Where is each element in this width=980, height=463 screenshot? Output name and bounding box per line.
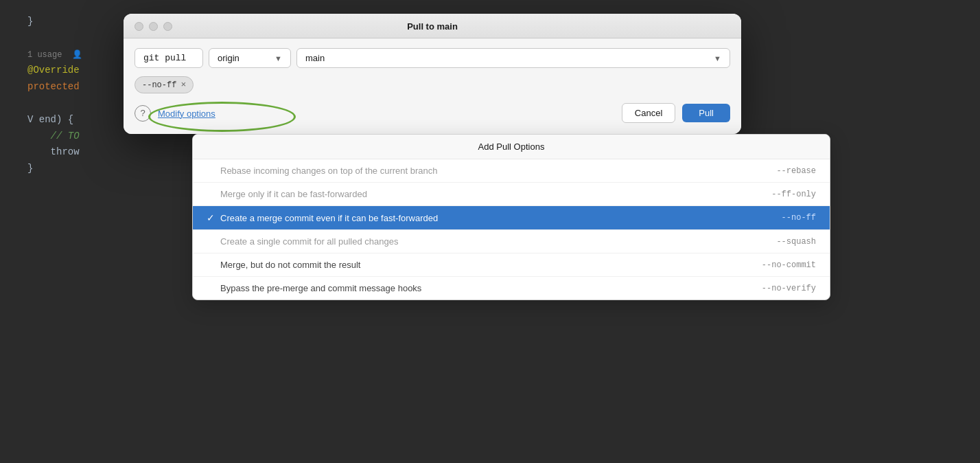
option-desc-no-commit: Merge, but do not commit the result	[220, 260, 748, 270]
option-tag-no-ff: --no-ff ×	[135, 76, 194, 93]
help-button[interactable]: ?	[135, 105, 151, 122]
option-tag-remove-icon[interactable]: ×	[180, 80, 186, 90]
close-button[interactable]	[135, 22, 143, 31]
branch-dropdown[interactable]: main ▼	[296, 48, 730, 68]
option-desc-no-verify: Bypass the pre-merge and commit message …	[220, 283, 748, 293]
remote-dropdown[interactable]: origin ▼	[209, 48, 291, 68]
minimize-button[interactable]	[149, 22, 158, 31]
fullscreen-button[interactable]	[163, 22, 172, 31]
actions-row: ? Modify options Cancel Pull	[135, 103, 730, 123]
pull-options-dropdown: Add Pull Options Rebase incoming changes…	[192, 134, 830, 300]
check-icon-no-ff: ✓	[207, 212, 220, 223]
pull-dialog: Pull to main git pull origin ▼ main ▼ --…	[124, 14, 741, 134]
branch-label: main	[305, 53, 325, 63]
option-tag-label: --no-ff	[142, 80, 176, 90]
dialog-title: Pull to main	[407, 21, 458, 32]
branch-chevron-icon: ▼	[714, 54, 721, 63]
dropdown-option-no-verify[interactable]: Bypass the pre-merge and commit message …	[193, 277, 830, 300]
option-desc-rebase: Rebase incoming changes on top of the cu…	[220, 166, 762, 176]
pull-button[interactable]: Pull	[682, 104, 730, 122]
option-flag-rebase: --rebase	[776, 166, 816, 176]
options-row: --no-ff ×	[135, 76, 730, 93]
option-flag-no-verify: --no-verify	[762, 284, 816, 293]
dialog-titlebar: Pull to main	[124, 14, 741, 38]
remote-chevron-icon: ▼	[275, 54, 282, 63]
option-flag-ff-only: --ff-only	[771, 190, 816, 199]
option-flag-no-commit: --no-commit	[762, 260, 816, 270]
dropdown-options-list: Rebase incoming changes on top of the cu…	[193, 159, 830, 300]
dropdown-option-no-commit[interactable]: Merge, but do not commit the result--no-…	[193, 253, 830, 277]
dropdown-title: Add Pull Options	[193, 135, 830, 159]
modify-options-container: Modify options	[158, 107, 215, 120]
dialog-body: git pull origin ▼ main ▼ --no-ff ×	[124, 38, 741, 134]
git-command-label: git pull	[135, 48, 203, 68]
option-flag-no-ff: --no-ff	[782, 213, 816, 223]
option-desc-no-ff: Create a merge commit even if it can be …	[220, 213, 768, 223]
modify-options-link[interactable]: Modify options	[158, 109, 215, 119]
remote-label: origin	[218, 53, 240, 63]
option-desc-squash: Create a single commit for all pulled ch…	[220, 236, 762, 247]
command-row: git pull origin ▼ main ▼	[135, 48, 730, 68]
dropdown-option-rebase[interactable]: Rebase incoming changes on top of the cu…	[193, 159, 830, 183]
option-flag-squash: --squash	[776, 237, 816, 247]
option-desc-ff-only: Merge only if it can be fast-forwarded	[220, 189, 758, 199]
dropdown-option-ff-only[interactable]: Merge only if it can be fast-forwarded--…	[193, 183, 830, 206]
cancel-button[interactable]: Cancel	[622, 103, 675, 123]
traffic-lights	[135, 22, 172, 31]
dropdown-option-squash[interactable]: Create a single commit for all pulled ch…	[193, 230, 830, 253]
dropdown-option-no-ff[interactable]: ✓Create a merge commit even if it can be…	[193, 206, 830, 230]
